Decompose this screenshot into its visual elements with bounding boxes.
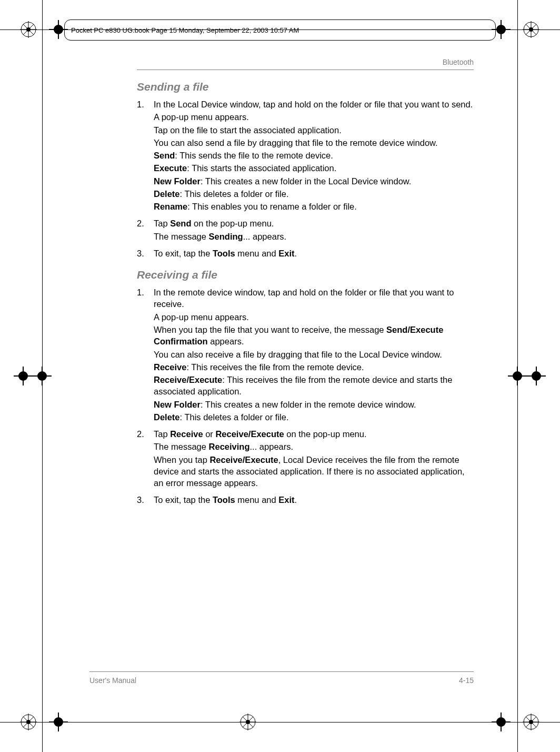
registration-mark-icon (523, 21, 539, 38)
list-item-line: To exit, tap the Tools menu and Exit. (154, 248, 474, 259)
list-item-line: When you tap the file that you want to r… (154, 324, 474, 348)
sending-list: In the Local Device window, tap and hold… (137, 98, 474, 259)
list-item: To exit, tap the Tools menu and Exit. (137, 494, 474, 506)
list-item-line: Tap Receive or Receive/Execute on the po… (154, 428, 474, 440)
footer-left: User's Manual (89, 676, 136, 685)
footer-right: 4-15 (459, 676, 474, 685)
list-item-line: To exit, tap the Tools menu and Exit. (154, 494, 474, 506)
list-item-line: A pop-up menu appears. (154, 311, 474, 323)
registration-mark-icon (20, 714, 37, 730)
list-item: Tap Send on the pop-up menu.The message … (137, 217, 474, 242)
list-item: In the Local Device window, tap and hold… (137, 98, 474, 212)
list-item-line: The message Sending... appears. (154, 231, 474, 242)
list-item-line: You can also receive a file by dragging … (154, 349, 474, 360)
crop-line-bottom (0, 722, 560, 723)
header-runner-text: Pocket PC e830 UG.book Page 15 Monday, S… (71, 26, 299, 34)
cross-mark-icon (49, 713, 68, 731)
list-item-line: In the Local Device window, tap and hold… (154, 98, 474, 110)
list-item-line: You can also send a file by dragging tha… (154, 137, 474, 149)
topic-label: Bluetooth (137, 58, 474, 66)
list-item-line: When you tap Receive/Execute, Local Devi… (154, 454, 474, 489)
list-item-line: A pop-up menu appears. (154, 111, 474, 123)
list-item-line: Tap Send on the pop-up menu. (154, 217, 474, 229)
list-item-line: Delete: This deletes a folder or file. (154, 411, 474, 423)
registration-mark-icon (239, 714, 256, 730)
list-item: Tap Receive or Receive/Execute on the po… (137, 428, 474, 489)
cross-mark-icon (14, 367, 33, 385)
list-item-line: Tap on the file to start the associated … (154, 124, 474, 136)
list-item: To exit, tap the Tools menu and Exit. (137, 248, 474, 259)
list-item-line: New Folder: This creates a new folder in… (154, 399, 474, 410)
list-item-line: New Folder: This creates a new folder in… (154, 175, 474, 187)
registration-mark-icon (20, 21, 37, 38)
registration-mark-icon (523, 714, 539, 730)
list-item-line: Execute: This starts the associated appl… (154, 162, 474, 174)
page-header-runner: Pocket PC e830 UG.book Page 15 Monday, S… (64, 19, 496, 41)
list-item-line: The message Receiving... appears. (154, 441, 474, 452)
divider (137, 70, 474, 70)
receiving-list: In the remote device window, tap and hol… (137, 286, 474, 506)
cross-mark-icon (508, 367, 527, 385)
cross-mark-icon (492, 713, 511, 731)
section-heading-receiving: Receiving a file (137, 269, 474, 281)
section-heading-sending: Sending a file (137, 81, 474, 93)
list-item-line: Rename: This enables you to rename a fol… (154, 201, 474, 212)
list-item-line: Send: This sends the file to the remote … (154, 150, 474, 161)
list-item-line: Receive: This receives the file from the… (154, 361, 474, 373)
list-item-line: In the remote device window, tap and hol… (154, 286, 474, 310)
list-item-line: Delete: This deletes a folder or file. (154, 188, 474, 200)
list-item: In the remote device window, tap and hol… (137, 286, 474, 423)
list-item-line: Receive/Execute: This receives the file … (154, 374, 474, 398)
page-content: Bluetooth Sending a file In the Local De… (137, 58, 474, 511)
page-footer: User's Manual 4-15 (89, 671, 474, 685)
cross-mark-icon (527, 367, 546, 385)
cross-mark-icon (33, 367, 52, 385)
divider (89, 671, 474, 672)
